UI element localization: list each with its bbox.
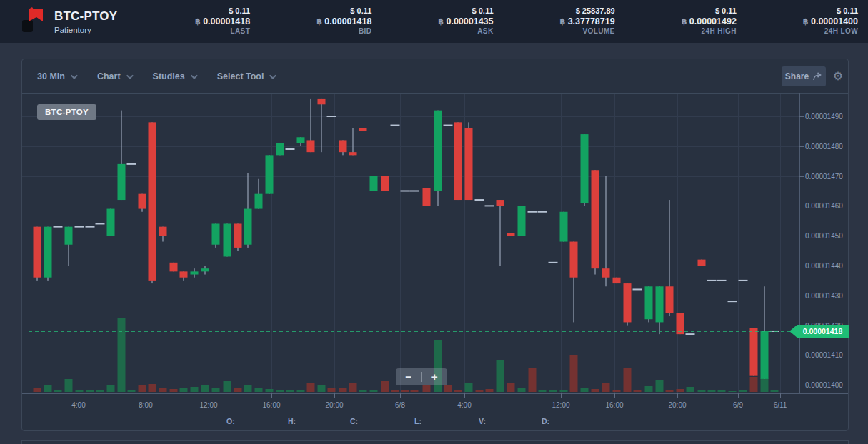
volume-bar	[297, 390, 305, 392]
candle-body	[602, 268, 610, 278]
volume-bar	[170, 389, 178, 392]
candle-body	[307, 140, 315, 152]
volume-bar	[107, 385, 115, 392]
candle-body	[297, 137, 305, 143]
btc-symbol: ฿	[195, 17, 201, 26]
volume-bar	[212, 388, 220, 392]
volume-bar	[560, 390, 568, 392]
candle-body	[560, 212, 568, 242]
candle-body	[159, 227, 167, 236]
volume-bar	[255, 388, 263, 392]
volume-bar	[739, 390, 747, 392]
candle-body	[666, 286, 674, 313]
volume-bar	[592, 389, 599, 392]
volume-bar	[370, 390, 378, 392]
candle-body	[592, 170, 599, 268]
candle-body	[318, 99, 326, 104]
stat-btc: 3.37778719	[568, 16, 615, 26]
volume-bar	[761, 378, 769, 392]
candle-body	[118, 164, 126, 200]
chart-type-label: Chart	[97, 71, 121, 81]
zoom-in-button[interactable]: +	[422, 368, 448, 385]
stat-volume: $ 25837.89 ฿ 3.37778719 VOLUME	[504, 6, 625, 36]
timeframe-dropdown[interactable]: 30 Min	[37, 71, 76, 81]
volume-bar	[465, 383, 473, 392]
volume-bar	[729, 391, 737, 392]
volume-bar	[54, 390, 62, 392]
pair-subtitle: Patientory	[54, 26, 139, 34]
volume-bar	[44, 385, 52, 392]
btc-symbol: ฿	[316, 17, 322, 26]
candle-body	[234, 223, 242, 247]
candle-body	[276, 143, 284, 156]
stat-last: $ 0.11 ฿ 0.00001418 LAST	[139, 6, 260, 36]
stat-label: 24H LOW	[747, 27, 858, 36]
zoom-out-button[interactable]: −	[396, 368, 421, 385]
chart-type-dropdown[interactable]: Chart	[97, 71, 131, 81]
candle-body	[624, 283, 632, 322]
candle-body	[656, 286, 664, 322]
volume-bar	[96, 390, 104, 392]
candle-body	[34, 227, 41, 278]
volume-bar	[698, 390, 706, 392]
volume-bar	[718, 390, 726, 392]
stat-btc: 0.00001400	[811, 16, 858, 26]
share-button[interactable]: Share	[782, 66, 826, 86]
volume-bar	[86, 390, 94, 392]
header-bar: BTC-PTOY Patientory $ 0.11 ฿ 0.00001418 …	[0, 0, 868, 43]
studies-dropdown[interactable]: Studies	[153, 71, 196, 81]
volume-bar	[677, 389, 684, 392]
candle-body	[191, 271, 199, 274]
volume-bar	[486, 389, 494, 392]
volume-bar	[359, 390, 367, 392]
chevron-down-icon	[191, 72, 198, 79]
stat-label: ASK	[381, 27, 493, 36]
volume-bar	[401, 390, 409, 392]
volume-bar	[497, 360, 504, 392]
studies-label: Studies	[153, 71, 185, 81]
candle-body	[645, 286, 653, 319]
candle-body	[212, 223, 220, 244]
candle-body	[201, 268, 209, 271]
share-label: Share	[785, 71, 809, 81]
volume-bar	[411, 390, 419, 392]
stat-24h-low: $ 0.11 ฿ 0.00001400 24H LOW	[747, 6, 868, 36]
volume-bar	[65, 379, 73, 392]
volume-bar	[234, 388, 242, 392]
stat-btc: 0.00001435	[446, 16, 493, 26]
volume-bar	[454, 390, 462, 392]
candle-body	[454, 122, 462, 200]
volume-bar	[656, 380, 664, 392]
volume-bar	[708, 390, 716, 392]
volume-bar	[634, 390, 642, 392]
timeframe-label: 30 Min	[37, 71, 65, 81]
stat-btc: 0.00001492	[689, 16, 737, 26]
share-icon	[813, 72, 822, 81]
ticker-stats: $ 0.11 ฿ 0.00001418 LAST $ 0.11 ฿ 0.0000…	[139, 0, 868, 43]
volume-bar	[118, 318, 126, 392]
candle-body	[570, 242, 578, 278]
btc-symbol: ฿	[682, 17, 687, 26]
volume-bar	[602, 383, 610, 392]
candle-body	[750, 328, 758, 376]
volume-bar	[518, 388, 526, 392]
volume-bar	[666, 390, 674, 392]
market-title-block: BTC-PTOY Patientory	[54, 9, 139, 34]
candle-body	[359, 128, 367, 131]
patientory-logo-icon	[20, 6, 44, 37]
volume-bar	[318, 385, 326, 392]
candle-body	[370, 176, 378, 191]
settings-gear-button[interactable]: ⚙	[831, 69, 845, 84]
stat-label: 24H HIGH	[625, 27, 737, 36]
volume-bar	[191, 387, 199, 392]
btc-symbol: ฿	[438, 17, 444, 26]
candle-body	[613, 278, 621, 283]
candle-body	[518, 206, 526, 236]
volume-bar	[328, 388, 336, 392]
stat-btc: 0.00001418	[203, 16, 250, 26]
select-tool-dropdown[interactable]: Select Tool	[217, 71, 275, 81]
btc-symbol: ฿	[803, 17, 809, 26]
volume-bar	[34, 388, 41, 392]
volume-bar	[549, 390, 557, 392]
last-price-tag: 0.00001418	[789, 325, 849, 338]
